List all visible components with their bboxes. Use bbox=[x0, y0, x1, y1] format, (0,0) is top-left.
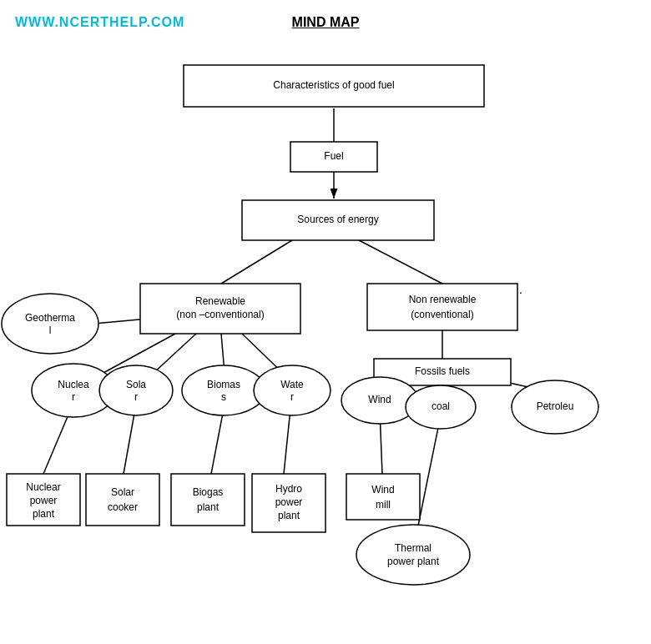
petroleum-label: Petroleu bbox=[537, 400, 574, 412]
nuclear-power-plant-label2: power bbox=[30, 495, 58, 506]
nuclear-label2: r bbox=[72, 391, 75, 403]
hydro-power-plant-label1: Hydro bbox=[275, 483, 302, 495]
windmill-label1: Wind bbox=[371, 484, 394, 496]
hydro-power-plant-label3: plant bbox=[278, 510, 300, 521]
solar-cooker-label2: cooker bbox=[108, 501, 138, 513]
renewable-label2: (non –conventional) bbox=[176, 309, 264, 320]
biogas-plant-label1: Biogas bbox=[193, 486, 224, 498]
nonrenewable-label2: (conventional) bbox=[411, 309, 473, 320]
svg-line-3 bbox=[221, 240, 292, 284]
decorative-dot: . bbox=[519, 283, 522, 296]
water-label1: Wate bbox=[280, 379, 304, 390]
wind-label: Wind bbox=[368, 394, 391, 405]
windmill-box bbox=[346, 474, 420, 520]
sources-label: Sources of energy bbox=[297, 214, 378, 225]
windmill-label2: mill bbox=[376, 499, 391, 511]
svg-line-4 bbox=[359, 240, 442, 284]
biogas-plant-box bbox=[171, 474, 245, 526]
geothermal-label2: l bbox=[49, 325, 52, 336]
geothermal-label1: Geotherma bbox=[25, 312, 75, 324]
fossilsfuels-label: Fossils fuels bbox=[415, 365, 470, 377]
water-label2: r bbox=[290, 391, 294, 403]
coal-label: coal bbox=[431, 400, 450, 412]
nuclear-label1: Nuclea bbox=[58, 379, 89, 390]
fuel-label: Fuel bbox=[324, 150, 343, 162]
thermal-power-plant-oval bbox=[356, 525, 470, 585]
thermal-power-plant-label2: power plant bbox=[387, 556, 440, 567]
svg-line-17 bbox=[284, 409, 290, 474]
nonrenewable-box bbox=[367, 284, 517, 330]
hydro-power-plant-label2: power bbox=[275, 496, 303, 508]
svg-line-15 bbox=[124, 409, 135, 474]
solar-label2: r bbox=[134, 391, 138, 403]
biomass-label2: s bbox=[221, 391, 226, 403]
characteristics-label: Characteristics of good fuel bbox=[273, 79, 394, 91]
renewable-label1: Renewable bbox=[195, 295, 245, 307]
svg-line-16 bbox=[211, 409, 224, 474]
solar-cooker-label1: Solar bbox=[111, 486, 134, 498]
solar-cooker-box bbox=[86, 474, 159, 526]
svg-line-14 bbox=[43, 409, 71, 474]
nuclear-power-plant-label3: plant bbox=[33, 508, 55, 520]
nonrenewable-label1: Non renewable bbox=[409, 294, 477, 305]
biomass-label1: Biomas bbox=[207, 379, 240, 390]
thermal-power-plant-label1: Thermal bbox=[395, 542, 431, 554]
nuclear-power-plant-label1: Nuclear bbox=[26, 481, 60, 493]
mind-map-diagram: Characteristics of good fuel Fuel Source… bbox=[0, 0, 651, 644]
biogas-plant-label2: plant bbox=[197, 501, 220, 513]
solar-label1: Sola bbox=[126, 379, 146, 390]
